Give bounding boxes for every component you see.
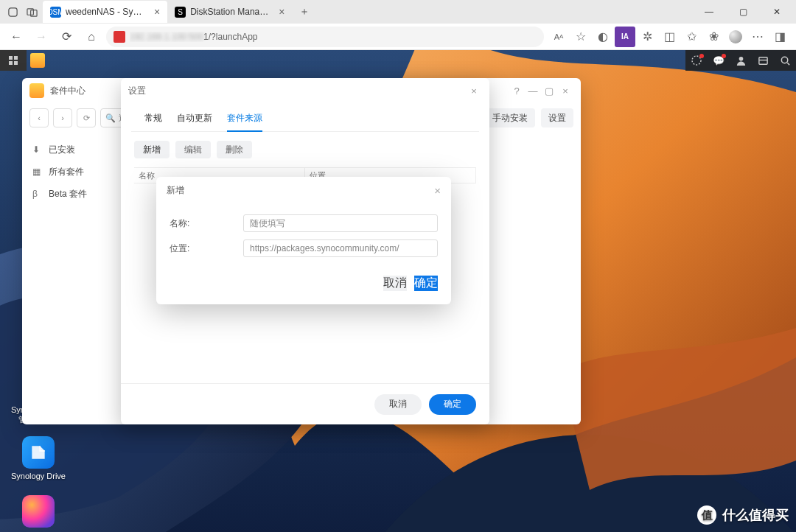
desktop-icon-label: Synology Drive xyxy=(11,472,66,480)
window-app-icon xyxy=(29,83,44,98)
svg-rect-0 xyxy=(8,7,16,15)
nav-back-button[interactable]: ‹ xyxy=(29,108,49,127)
sidebar-item-label: Beta 套件 xyxy=(49,188,87,200)
browser-toolbar: ← → ⟳ ⌂ 192.168.1.100:5001/?launchApp AA… xyxy=(0,24,796,50)
nav-forward-button[interactable]: › xyxy=(53,108,72,127)
tab-synology-nas[interactable]: DSM weedenNAS - Synology NAS × xyxy=(43,1,167,23)
collections-icon[interactable]: ❀ xyxy=(703,27,724,47)
svg-rect-5 xyxy=(14,56,18,60)
add-source-modal: 新增 × 名称: 位置: 取消 确定 xyxy=(156,177,451,304)
svg-rect-6 xyxy=(9,61,13,65)
tray-widgets-icon[interactable] xyxy=(752,50,774,71)
tray-search-icon[interactable] xyxy=(774,50,796,71)
search-icon: 🔍 xyxy=(105,113,116,123)
main-menu-button[interactable] xyxy=(0,50,27,71)
sidebar-item-all[interactable]: ▦ 所有套件 xyxy=(22,161,116,183)
tab-close-icon[interactable]: × xyxy=(154,6,160,18)
settings-button[interactable]: 设置 xyxy=(541,108,573,127)
taskbar-app-package-center[interactable] xyxy=(27,50,49,71)
help-button[interactable]: ? xyxy=(509,83,525,99)
home-button[interactable]: ⌂ xyxy=(81,27,102,47)
favicon-s-icon: S xyxy=(175,7,186,18)
settings-tabs: 常规 自动更新 套件来源 xyxy=(131,103,479,132)
profile-icon[interactable] xyxy=(6,5,19,18)
grid-icon: ▦ xyxy=(32,167,43,177)
app-icon xyxy=(22,495,55,528)
minimize-button[interactable]: — xyxy=(525,83,541,99)
browser-titlebar: DSM weedenNAS - Synology NAS × S DiskSta… xyxy=(0,0,796,24)
sidebar-item-beta[interactable]: β Beta 套件 xyxy=(22,183,116,205)
dsm-desktop: 💬 Synology Drive 管理控制台 Synology Drive Sy… xyxy=(0,50,796,532)
extensions-icon[interactable]: ✲ xyxy=(637,27,657,47)
tab-package-sources[interactable]: 套件来源 xyxy=(227,108,262,132)
location-label: 位置: xyxy=(170,242,243,255)
dialog-close-button[interactable]: × xyxy=(466,83,482,99)
modal-cancel-button[interactable]: 取消 xyxy=(383,276,407,291)
beta-icon: β xyxy=(32,189,43,199)
name-label: 名称: xyxy=(170,217,243,230)
window-maximize-button[interactable]: ▢ xyxy=(727,1,759,23)
url-text: 1/?launchApp xyxy=(203,32,257,42)
maximize-button[interactable]: ▢ xyxy=(541,83,557,99)
site-identity-icon[interactable] xyxy=(114,31,125,43)
watermark-text: 什么值得买 xyxy=(722,506,789,524)
notification-dot-icon xyxy=(722,54,726,58)
modal-footer: 取消 确定 xyxy=(156,265,451,294)
more-menu-button[interactable]: ⋯ xyxy=(747,27,768,47)
nav-back-button[interactable]: ← xyxy=(6,27,27,47)
modal-header[interactable]: 新增 × xyxy=(156,177,451,203)
modal-ok-button[interactable]: 确定 xyxy=(414,276,438,291)
tray-chat-icon[interactable]: 💬 xyxy=(708,50,730,71)
tray-activity-icon[interactable] xyxy=(685,50,708,71)
ia-extension-icon[interactable]: IA xyxy=(615,27,635,47)
ok-button[interactable]: 确定 xyxy=(429,394,476,415)
sources-toolbar: 新增 编辑 删除 xyxy=(121,132,489,167)
favorite-star-icon[interactable]: ☆ xyxy=(570,27,591,47)
app-icon xyxy=(22,436,55,469)
watermark-badge-icon: 值 xyxy=(697,505,716,525)
tray-user-icon[interactable] xyxy=(730,50,752,71)
sidebar-toggle-icon[interactable]: ◨ xyxy=(769,27,790,47)
dialog-header[interactable]: 设置 × xyxy=(121,78,489,103)
profile-avatar-icon[interactable] xyxy=(725,27,746,47)
name-input[interactable] xyxy=(243,214,438,232)
modal-close-button[interactable]: × xyxy=(434,184,441,197)
tab-auto-update[interactable]: 自动更新 xyxy=(177,108,212,131)
add-source-button[interactable]: 新增 xyxy=(134,141,170,158)
tab-strip: DSM weedenNAS - Synology NAS × S DiskSta… xyxy=(43,0,693,24)
delete-source-button: 删除 xyxy=(217,141,252,158)
desktop-icon-drive[interactable]: Synology Drive xyxy=(9,436,68,480)
favorites-icon[interactable]: ✩ xyxy=(681,27,702,47)
split-screen-icon[interactable]: ◫ xyxy=(659,27,680,47)
tab-dsm-site[interactable]: S DiskStation Manager 7.2 | 群晖… × xyxy=(167,1,292,23)
close-button[interactable]: × xyxy=(557,83,573,99)
window-minimize-button[interactable]: — xyxy=(693,1,725,23)
address-bar[interactable]: 192.168.1.100:5001/?launchApp xyxy=(106,27,544,47)
favicon-synology-icon: DSM xyxy=(50,7,61,18)
tab-label: weedenNAS - Synology NAS xyxy=(66,7,147,17)
tab-actions-icon[interactable] xyxy=(25,5,38,18)
dialog-footer: 取消 确定 xyxy=(121,383,489,424)
refresh-button[interactable]: ⟳ xyxy=(77,108,96,127)
desktop-icon-photos[interactable]: Synology Photos xyxy=(9,495,68,532)
reload-button[interactable]: ⟳ xyxy=(56,27,77,47)
window-close-button[interactable]: ✕ xyxy=(761,1,793,23)
tab-general[interactable]: 常规 xyxy=(144,108,162,131)
dsm-taskbar: 💬 xyxy=(0,50,796,71)
location-input[interactable] xyxy=(243,239,438,257)
cancel-button[interactable]: 取消 xyxy=(374,394,422,415)
text-size-icon[interactable]: AA xyxy=(548,27,569,47)
svg-rect-7 xyxy=(14,61,18,65)
modal-title: 新增 xyxy=(167,184,184,197)
new-tab-button[interactable]: ＋ xyxy=(295,2,314,21)
tracking-shield-icon[interactable]: ◐ xyxy=(593,27,613,47)
sidebar-item-installed[interactable]: ⬇ 已安装 xyxy=(22,139,116,161)
tab-close-icon[interactable]: × xyxy=(279,6,284,18)
edit-source-button: 编辑 xyxy=(175,141,211,158)
dialog-title: 设置 xyxy=(128,85,146,97)
svg-line-13 xyxy=(787,63,789,65)
svg-point-9 xyxy=(739,56,743,60)
window-title: 套件中心 xyxy=(50,85,85,97)
manual-install-button[interactable]: 手动安装 xyxy=(485,108,535,127)
dsm-tray: 💬 xyxy=(685,50,796,71)
